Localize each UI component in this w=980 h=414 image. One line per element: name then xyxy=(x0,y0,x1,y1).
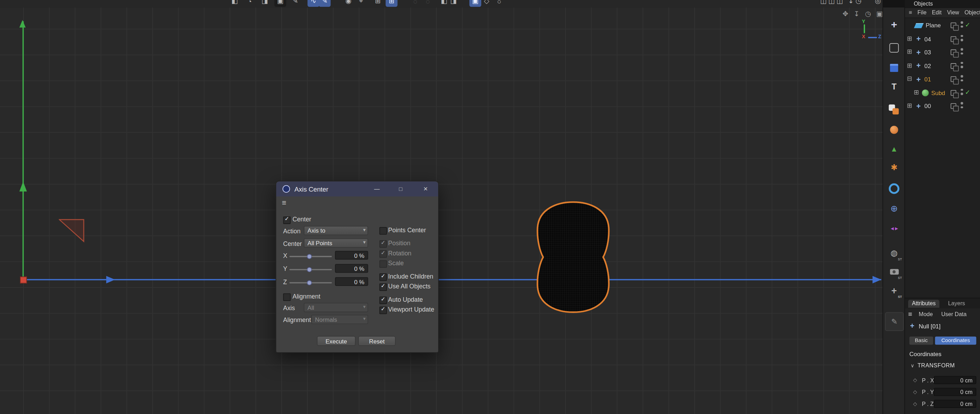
layer-chip[interactable] xyxy=(951,50,956,55)
enabled-check-icon[interactable]: ✓ xyxy=(965,21,970,29)
viewport-canvas[interactable]: ✥ ↧ ◷ ▣ Y X Z xyxy=(0,7,883,414)
key-diamond-icon[interactable]: ◇ xyxy=(913,389,917,395)
move-tool-icon[interactable]: + xyxy=(887,18,901,32)
hamburger-menu-icon[interactable]: ≡ xyxy=(908,310,912,318)
visibility-dots[interactable] xyxy=(961,88,963,96)
expand-toggle-icon[interactable]: ⊞ xyxy=(907,102,912,109)
object-row-plane[interactable]: Plane ✓ xyxy=(905,19,980,32)
auto-update-checkbox[interactable] xyxy=(379,296,387,304)
z-slider[interactable] xyxy=(290,282,332,283)
layer-chip[interactable] xyxy=(951,77,956,82)
tab-layers[interactable]: Layers xyxy=(948,300,965,307)
object-row-02[interactable]: ⊞ + 02 xyxy=(905,59,980,72)
center-dropdown[interactable]: All Points xyxy=(304,238,368,248)
frame-download-icon[interactable]: ↧ xyxy=(854,10,859,18)
rotation-checkbox[interactable] xyxy=(379,250,387,257)
render-time-icon[interactable]: ◷ xyxy=(865,10,871,18)
rect-select-icon[interactable] xyxy=(887,41,901,55)
layer-chip[interactable] xyxy=(951,90,956,96)
px-value-field[interactable]: 0 cm xyxy=(934,376,976,384)
hamburger-menu-icon[interactable]: ≡ xyxy=(909,8,912,18)
layer-chip[interactable] xyxy=(951,36,956,42)
object-row-00[interactable]: ⊞ + 00 xyxy=(905,100,980,113)
reset-button[interactable]: Reset xyxy=(358,336,396,346)
expand-toggle-icon[interactable]: ⊞ xyxy=(907,62,912,69)
primitive-icon[interactable]: ◔ xyxy=(243,0,256,7)
gear-icon[interactable]: ✱ xyxy=(887,160,901,174)
execute-button[interactable]: Execute xyxy=(317,336,356,346)
layer-chip[interactable] xyxy=(951,103,956,109)
tool-icon[interactable]: ○ xyxy=(493,0,505,7)
basic-tab-button[interactable]: Basic xyxy=(910,336,933,345)
mode-menu[interactable]: Mode xyxy=(919,311,933,317)
text-tool-icon[interactable]: T xyxy=(887,79,901,94)
spline-icon[interactable]: ∿ xyxy=(307,0,319,7)
pz-value-field[interactable]: 0 cm xyxy=(934,400,976,408)
visibility-dots[interactable] xyxy=(961,62,963,70)
tree-icon[interactable]: ▲ xyxy=(887,141,901,156)
frame-icon[interactable]: ▣ xyxy=(876,10,883,18)
action-dropdown[interactable]: Axis to xyxy=(304,226,368,235)
maximize-button[interactable]: □ xyxy=(394,185,407,193)
x-slider[interactable] xyxy=(290,256,332,257)
hamburger-menu-icon[interactable]: ≡ xyxy=(282,198,286,207)
user-icon[interactable]: ◎ xyxy=(872,0,883,7)
user-data-menu[interactable]: User Data xyxy=(941,311,966,317)
snap-target-icon[interactable]: ⌖ xyxy=(355,0,367,7)
expand-toggle-icon[interactable]: ⊞ xyxy=(907,35,912,42)
x-axis-handle-arrow[interactable] xyxy=(106,276,115,283)
grid-snap-icon[interactable]: ⊞ xyxy=(372,0,384,7)
y-slider[interactable] xyxy=(290,269,332,270)
pan-hand-icon[interactable]: ✥ xyxy=(843,10,848,18)
pen-icon[interactable]: ✎ xyxy=(885,312,904,331)
spline-pen-icon[interactable]: ✎ xyxy=(318,0,331,7)
ring-icon[interactable] xyxy=(887,181,901,196)
transform-group-header[interactable]: TRANSFORM xyxy=(918,362,955,368)
quantize-icon[interactable]: ⊞ xyxy=(385,0,398,7)
simulation-icon[interactable] xyxy=(887,123,901,137)
key-diamond-icon[interactable]: ◇ xyxy=(913,401,917,407)
object-row-04[interactable]: ⊞ + 04 xyxy=(905,32,980,45)
dialog-titlebar[interactable]: Axis Center — □ ✕ xyxy=(276,181,438,197)
globe-st-icon[interactable]: ◍ST xyxy=(887,246,901,261)
object-row-01[interactable]: ⊟ + 01 xyxy=(905,73,980,86)
y-axis-arrow[interactable] xyxy=(19,20,25,27)
menu-objects[interactable]: Objects xyxy=(964,8,980,18)
position-checkbox[interactable] xyxy=(379,240,387,248)
menu-file[interactable]: File xyxy=(918,8,927,18)
layout-icon[interactable]: ◫ xyxy=(834,0,846,7)
y-value-field[interactable]: 0 % xyxy=(335,264,368,273)
cube-icon[interactable] xyxy=(887,61,901,75)
tool-icon[interactable]: ◌ xyxy=(422,0,434,7)
center-checkbox[interactable] xyxy=(283,216,291,224)
include-children-checkbox[interactable] xyxy=(379,273,387,281)
axis-gizmo[interactable]: Y X Z xyxy=(856,19,883,43)
viewport-update-checkbox[interactable] xyxy=(379,307,387,314)
visibility-dots[interactable] xyxy=(961,21,963,29)
axis-plane-icon[interactable]: ⊕ xyxy=(887,201,901,215)
primitive-icon[interactable]: ◧ xyxy=(229,0,241,7)
mode-icon[interactable]: ▣ xyxy=(274,0,286,7)
chevron-down-icon[interactable]: ∨ xyxy=(911,363,914,368)
mesh-object[interactable] xyxy=(532,189,614,314)
visibility-dots[interactable] xyxy=(961,102,963,110)
py-value-field[interactable]: 0 cm xyxy=(934,388,976,396)
key-diamond-icon[interactable]: ◇ xyxy=(913,377,917,383)
coordinates-tab-button[interactable]: Coordinates xyxy=(935,336,977,345)
visibility-dots[interactable] xyxy=(961,75,963,83)
z-value-field[interactable]: 0 % xyxy=(335,277,368,286)
tab-objects[interactable]: Objects xyxy=(914,1,933,7)
scale-checkbox[interactable] xyxy=(379,261,387,268)
alignment-checkbox[interactable] xyxy=(283,293,291,301)
collapse-toggle-icon[interactable]: ⊟ xyxy=(907,76,912,82)
object-row-03[interactable]: ⊞ + 03 xyxy=(905,46,980,59)
snap-icon[interactable]: ◉ xyxy=(342,0,354,7)
tool-icon[interactable]: ◇ xyxy=(480,0,492,7)
close-button[interactable]: ✕ xyxy=(419,185,433,193)
expand-toggle-icon[interactable]: ⊞ xyxy=(907,49,912,55)
minimize-button[interactable]: — xyxy=(370,185,384,193)
menu-edit[interactable]: Edit xyxy=(932,8,942,18)
material-icon[interactable] xyxy=(887,102,901,117)
visibility-dots[interactable] xyxy=(961,48,963,56)
points-center-checkbox[interactable] xyxy=(379,227,387,234)
